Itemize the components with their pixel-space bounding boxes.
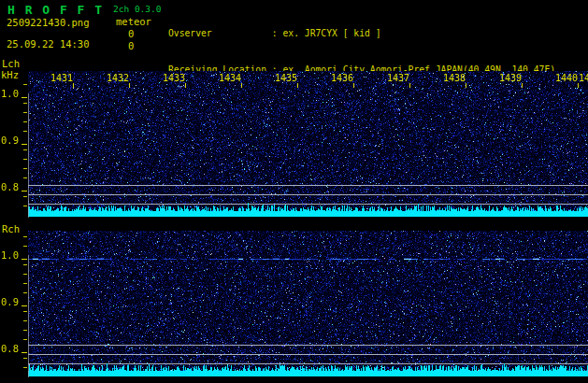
output-filename: 2509221430.png [7,17,90,28]
lch-freq-minor-tick [23,159,27,160]
lch-freq-minor-tick [23,112,27,113]
time-axis-label: 1434 [219,73,241,83]
time-axis-label: 1438 [443,73,466,83]
time-axis-label: 1435 [275,73,297,83]
lch-freq-minor-tick [23,168,27,169]
rch-panel-label: Rch [2,223,20,234]
rch-freq-minor-tick [23,311,27,312]
lch-freq-major-tick [22,144,27,145]
app-version: 2ch 0.3.0 [113,4,161,14]
rch-freq-label: 0.8 [1,343,19,354]
rch-freq-major-tick [22,352,27,353]
rch-freq-minor-tick [23,320,27,321]
meteor-counter-label: meteor [116,16,151,27]
lch-freq-minor-tick [23,103,27,104]
rch-freq-label: 0.9 [1,296,19,307]
rch-freq-minor-tick [23,358,27,359]
rch-freq-minor-tick [23,246,27,247]
lch-axis-line [28,93,29,218]
lch-freq-label: 0.8 [1,181,19,192]
rch-axis-line [28,255,29,377]
rch-freq-minor-tick [23,292,27,293]
rch-freq-minor-tick [23,264,27,265]
time-axis-label-clipped: 14 [579,73,588,83]
time-axis-label: 1431 [50,73,73,83]
lch-panel-label: Lch [2,58,20,69]
lch-spectrogram [28,71,588,218]
lch-freq-major-tick [22,97,27,98]
rch-freq-major-tick [22,259,27,260]
lch-freq-major-tick [22,191,27,192]
observer-line: Ovserver : ex. JR7CYX [ kid ] [168,27,582,39]
time-axis-label: 1440 [555,73,578,83]
hrofft-window: H R O F F T 2ch 0.3.0 2509221430.png met… [0,0,588,383]
lch-freq-label: 0.9 [1,135,19,146]
lch-freq-minor-tick [23,149,27,150]
time-axis-label: 1437 [387,73,409,83]
rch-freq-minor-tick [23,330,27,331]
lch-freq-minor-tick [23,196,27,197]
rch-freq-minor-tick [23,339,27,340]
time-axis-label: 1436 [331,73,353,83]
frequency-unit-label: kHz [1,69,19,80]
lch-freq-minor-tick [23,131,27,132]
lch-freq-minor-tick [23,84,27,85]
time-axis-label: 1439 [499,73,522,83]
time-axis-label: 1433 [163,73,185,83]
observation-datetime: 25.09.22 14:30 [7,38,90,50]
meteor-count-rch: 0 [128,40,134,51]
app-title: H R O F F T [7,3,104,17]
lch-freq-minor-tick [23,121,27,122]
rch-freq-minor-tick [23,274,27,275]
time-axis-label: 1432 [107,73,129,83]
lch-freq-minor-tick [23,206,27,206]
rch-freq-minor-tick [23,236,27,237]
rch-freq-minor-tick [23,283,27,284]
rch-freq-major-tick [22,305,27,306]
lch-freq-label: 1.0 [1,88,19,99]
rch-freq-label: 1.0 [1,249,19,261]
meteor-count-lch: 0 [128,28,134,39]
lch-freq-minor-tick [23,177,27,178]
rch-freq-minor-tick [23,367,27,368]
rch-spectrogram [28,231,588,377]
